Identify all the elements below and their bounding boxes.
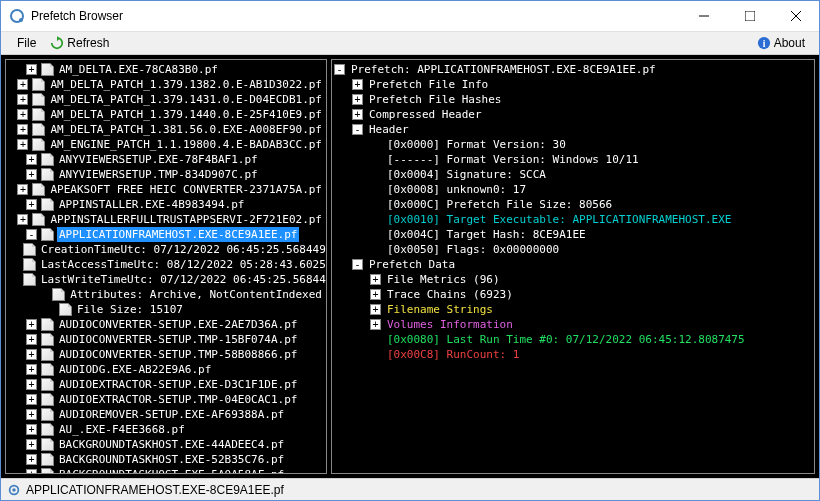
tree-item[interactable]: LastWriteTimeUtc: 07/12/2022 06:45:25.56… — [8, 272, 324, 287]
collapse-toggle[interactable]: - — [26, 229, 37, 240]
expand-toggle[interactable]: + — [352, 94, 363, 105]
tree-item[interactable]: +APPINSTALLERFULLTRUSTAPPSERVI-2F721E02.… — [8, 212, 324, 227]
tree-item[interactable]: +AM_ENGINE_PATCH_1.1.19800.4.E-BADAB3CC.… — [8, 137, 324, 152]
titlebar: Prefetch Browser — [1, 1, 819, 31]
tree-item[interactable]: [0x0008] unknown0: 17 — [334, 182, 812, 197]
expand-toggle[interactable]: + — [370, 274, 381, 285]
refresh-button[interactable]: Refresh — [44, 34, 115, 52]
minimize-button[interactable] — [681, 1, 727, 31]
tree-item[interactable]: +AUDIOEXTRACTOR-SETUP.EXE-D3C1F1DE.pf — [8, 377, 324, 392]
expand-toggle[interactable]: + — [370, 289, 381, 300]
tree-item[interactable]: +AM_DELTA.EXE-78CA83B0.pf — [8, 62, 324, 77]
tree-item[interactable]: [0x0080] Last Run Time #0: 07/12/2022 06… — [334, 332, 812, 347]
tree-item-label: AUDIOEXTRACTOR-SETUP.TMP-04E0CAC1.pf — [57, 392, 299, 407]
tree-item[interactable]: [0x0050] Flags: 0x00000000 — [334, 242, 812, 257]
tree-item[interactable]: +Volumes Information — [334, 317, 812, 332]
expand-toggle[interactable]: + — [17, 139, 28, 150]
expand-toggle[interactable]: + — [26, 169, 37, 180]
expand-toggle[interactable]: + — [26, 64, 37, 75]
expand-toggle[interactable]: + — [17, 214, 28, 225]
about-button[interactable]: i About — [751, 34, 811, 52]
tree-item[interactable]: +AUDIODG.EXE-AB22E9A6.pf — [8, 362, 324, 377]
tree-item[interactable]: +BACKGROUNDTASKHOST.EXE-52B35C76.pf — [8, 452, 324, 467]
expand-toggle[interactable]: + — [26, 439, 37, 450]
tree-item[interactable]: [------] Format Version: Windows 10/11 — [334, 152, 812, 167]
tree-item[interactable]: [0x0004] Signature: SCCA — [334, 167, 812, 182]
tree-item[interactable]: +Trace Chains (6923) — [334, 287, 812, 302]
tree-item[interactable]: +Prefetch File Hashes — [334, 92, 812, 107]
tree-item[interactable]: +AM_DELTA_PATCH_1.379.1431.0.E-D04ECDB1.… — [8, 92, 324, 107]
tree-item[interactable]: +File Metrics (96) — [334, 272, 812, 287]
expand-toggle[interactable]: + — [17, 94, 28, 105]
tree-item[interactable]: +ANYVIEWERSETUP.TMP-834D907C.pf — [8, 167, 324, 182]
expand-toggle[interactable]: + — [17, 79, 28, 90]
status-gear-icon — [7, 483, 21, 497]
expand-toggle[interactable]: + — [370, 319, 381, 330]
expand-toggle[interactable]: + — [26, 469, 37, 474]
collapse-toggle[interactable]: - — [352, 124, 363, 135]
expand-toggle[interactable]: + — [370, 304, 381, 315]
maximize-button[interactable] — [727, 1, 773, 31]
tree-item[interactable]: [0x00C8] RunCount: 1 — [334, 347, 812, 362]
collapse-toggle[interactable]: - — [334, 64, 345, 75]
tree-item[interactable]: [0x004C] Target Hash: 8CE9A1EE — [334, 227, 812, 242]
tree-item[interactable]: -APPLICATIONFRAMEHOST.EXE-8CE9A1EE.pf — [8, 227, 324, 242]
tree-item[interactable]: +Compressed Header — [334, 107, 812, 122]
tree-item[interactable]: -Prefetch: APPLICATIONFRAMEHOST.EXE-8CE9… — [334, 62, 812, 77]
tree-item[interactable]: File Size: 15107 — [8, 302, 324, 317]
left-tree-pane[interactable]: +AM_DELTA.EXE-78CA83B0.pf+AM_DELTA_PATCH… — [5, 59, 327, 474]
expand-toggle[interactable]: + — [26, 364, 37, 375]
tree-item-label: [0x0004] Signature: SCCA — [385, 167, 548, 182]
expand-toggle[interactable]: + — [17, 109, 28, 120]
collapse-toggle[interactable]: - — [352, 259, 363, 270]
expand-toggle[interactable]: + — [17, 124, 28, 135]
expand-toggle[interactable]: + — [352, 79, 363, 90]
tree-item[interactable]: +AU_.EXE-F4EE3668.pf — [8, 422, 324, 437]
tree-item-label: LastAccessTimeUtc: 08/12/2022 05:28:43.6… — [39, 257, 327, 272]
statusbar: APPLICATIONFRAMEHOST.EXE-8CE9A1EE.pf — [1, 478, 819, 500]
tree-item[interactable]: +APPINSTALLER.EXE-4B983494.pf — [8, 197, 324, 212]
tree-item[interactable]: +AUDIOREMOVER-SETUP.EXE-AF69388A.pf — [8, 407, 324, 422]
tree-item[interactable]: +AUDIOCONVERTER-SETUP.EXE-2AE7D36A.pf — [8, 317, 324, 332]
info-icon: i — [757, 36, 771, 50]
expand-toggle[interactable]: + — [26, 154, 37, 165]
expand-toggle[interactable]: + — [26, 334, 37, 345]
tree-item[interactable]: [0x0010] Target Executable: APPLICATIONF… — [334, 212, 812, 227]
expand-toggle[interactable]: + — [352, 109, 363, 120]
expand-toggle[interactable]: + — [26, 394, 37, 405]
tree-item[interactable]: +AUDIOCONVERTER-SETUP.TMP-58B08866.pf — [8, 347, 324, 362]
expand-toggle[interactable]: + — [26, 199, 37, 210]
tree-item[interactable]: +AM_DELTA_PATCH_1.381.56.0.EXE-A008EF90.… — [8, 122, 324, 137]
tree-item[interactable]: -Header — [334, 122, 812, 137]
tree-item-label: [0x0050] Flags: 0x00000000 — [385, 242, 561, 257]
tree-item[interactable]: +AUDIOEXTRACTOR-SETUP.TMP-04E0CAC1.pf — [8, 392, 324, 407]
tree-item[interactable]: -Prefetch Data — [334, 257, 812, 272]
tree-item[interactable]: Attributes: Archive, NotContentIndexed — [8, 287, 324, 302]
tree-item[interactable]: CreationTimeUtc: 07/12/2022 06:45:25.568… — [8, 242, 324, 257]
tree-item[interactable]: +AM_DELTA_PATCH_1.379.1440.0.E-25F410E9.… — [8, 107, 324, 122]
tree-item[interactable]: +APEAKSOFT FREE HEIC CONVERTER-2371A75A.… — [8, 182, 324, 197]
tree-item[interactable]: +AUDIOCONVERTER-SETUP.TMP-15BF074A.pf — [8, 332, 324, 347]
expand-toggle[interactable]: + — [26, 424, 37, 435]
expand-toggle[interactable]: + — [26, 319, 37, 330]
expand-toggle[interactable]: + — [17, 184, 28, 195]
tree-item[interactable]: +ANYVIEWERSETUP.EXE-78F4BAF1.pf — [8, 152, 324, 167]
tree-item[interactable]: +AM_DELTA_PATCH_1.379.1382.0.E-AB1D3022.… — [8, 77, 324, 92]
right-tree-pane[interactable]: -Prefetch: APPLICATIONFRAMEHOST.EXE-8CE9… — [331, 59, 815, 474]
close-button[interactable] — [773, 1, 819, 31]
tree-item[interactable]: +BACKGROUNDTASKHOST.EXE-44ADEEC4.pf — [8, 437, 324, 452]
toolbar: File Refresh i About — [1, 31, 819, 55]
tree-item[interactable]: +BACKGROUNDTASKHOST.EXE-5A0A58AF.pf — [8, 467, 324, 474]
tree-item[interactable]: +Prefetch File Info — [334, 77, 812, 92]
tree-item[interactable]: [0x000C] Prefetch File Size: 80566 — [334, 197, 812, 212]
tree-item[interactable]: +Filename Strings — [334, 302, 812, 317]
menu-file[interactable]: File — [9, 34, 44, 52]
expand-toggle[interactable]: + — [26, 409, 37, 420]
tree-item[interactable]: [0x0000] Format Version: 30 — [334, 137, 812, 152]
tree-item[interactable]: LastAccessTimeUtc: 08/12/2022 05:28:43.6… — [8, 257, 324, 272]
expand-toggle[interactable]: + — [26, 454, 37, 465]
file-icon — [41, 168, 54, 181]
expand-toggle[interactable]: + — [26, 379, 37, 390]
expand-toggle[interactable]: + — [26, 349, 37, 360]
tree-item-label: LastWriteTimeUtc: 07/12/2022 06:45:25.56… — [39, 272, 327, 287]
